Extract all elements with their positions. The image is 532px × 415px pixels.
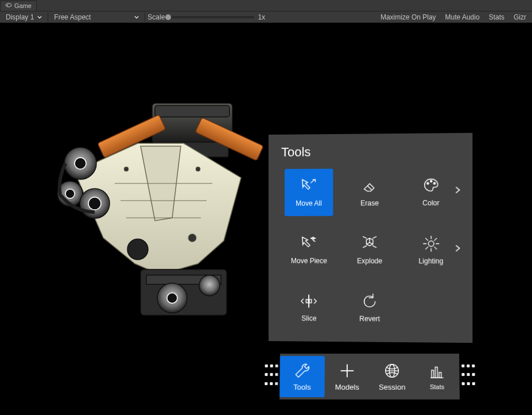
tool-move-all[interactable]: Move All bbox=[285, 169, 333, 216]
erase-icon bbox=[361, 177, 378, 194]
scale-control[interactable]: Scale 1x bbox=[147, 13, 265, 21]
svg-rect-48 bbox=[439, 373, 441, 378]
drag-handle-left[interactable] bbox=[263, 363, 279, 390]
svg-line-33 bbox=[425, 238, 428, 241]
tool-label: Color bbox=[422, 199, 439, 207]
tool-color[interactable]: Color bbox=[402, 168, 459, 216]
separator bbox=[145, 13, 145, 22]
dock-stats[interactable]: Stats bbox=[414, 356, 460, 397]
svg-point-11 bbox=[88, 197, 101, 210]
chevron-down-icon bbox=[37, 13, 42, 21]
dock-tools[interactable]: Tools bbox=[279, 356, 325, 397]
svg-point-26 bbox=[430, 181, 432, 182]
scale-label: Scale bbox=[147, 13, 165, 21]
tool-label: Erase bbox=[360, 199, 379, 207]
svg-rect-38 bbox=[306, 300, 309, 303]
scale-slider-track[interactable] bbox=[168, 16, 254, 18]
svg-point-16 bbox=[199, 275, 220, 296]
aspect-label: Free Aspect bbox=[54, 13, 91, 21]
wrench-icon bbox=[294, 362, 311, 379]
aspect-dropdown[interactable]: Free Aspect bbox=[51, 11, 142, 22]
chevron-right-icon bbox=[455, 244, 460, 254]
tool-label: Slice bbox=[301, 314, 316, 322]
game-viewport[interactable]: Tools Move All Erase Color bbox=[0, 23, 532, 415]
tool-revert[interactable]: Revert bbox=[341, 284, 398, 332]
scale-slider-thumb[interactable] bbox=[165, 14, 171, 20]
globe-icon bbox=[383, 362, 401, 379]
tool-move-piece[interactable]: Move Piece bbox=[281, 226, 337, 273]
tool-label: Revert bbox=[359, 315, 380, 323]
tools-panel-title: Tools bbox=[281, 143, 460, 160]
svg-point-15 bbox=[167, 293, 177, 303]
bar-chart-icon bbox=[428, 363, 445, 380]
svg-rect-2 bbox=[155, 105, 230, 117]
maximize-on-play-button[interactable]: Maximize On Play bbox=[377, 11, 440, 22]
dock-label: Stats bbox=[430, 383, 444, 390]
stats-button[interactable]: Stats bbox=[486, 11, 508, 22]
svg-point-25 bbox=[427, 182, 429, 184]
game-tab[interactable]: Game bbox=[0, 1, 37, 11]
scale-value: 1x bbox=[258, 13, 265, 21]
slice-icon bbox=[300, 292, 317, 310]
engine-3d-model[interactable] bbox=[40, 97, 281, 338]
revert-icon bbox=[361, 293, 378, 310]
display-label: Display 1 bbox=[6, 13, 34, 21]
dock-body: Tools Models Session Stats bbox=[279, 354, 460, 400]
drag-handle-right[interactable] bbox=[460, 363, 476, 390]
svg-line-34 bbox=[434, 247, 437, 249]
dock-label: Models bbox=[335, 382, 359, 391]
dock-session[interactable]: Session bbox=[370, 356, 414, 397]
svg-point-28 bbox=[428, 241, 434, 246]
tool-label: Move Piece bbox=[291, 257, 327, 265]
plus-icon bbox=[339, 362, 356, 379]
svg-point-22 bbox=[196, 167, 200, 171]
svg-point-9 bbox=[65, 189, 75, 198]
dock-label: Session bbox=[379, 382, 406, 391]
svg-line-24 bbox=[367, 186, 372, 190]
svg-rect-46 bbox=[432, 370, 434, 378]
chevron-right-icon bbox=[455, 186, 460, 195]
svg-point-17 bbox=[127, 239, 148, 260]
tools-grid: Move All Erase Color bbox=[281, 168, 460, 332]
dock-models[interactable]: Models bbox=[325, 356, 370, 397]
separator bbox=[48, 13, 48, 22]
svg-rect-47 bbox=[435, 367, 437, 378]
game-tab-label: Game bbox=[14, 2, 32, 9]
gizmos-button[interactable]: Gizr bbox=[510, 11, 530, 22]
svg-point-27 bbox=[433, 182, 435, 184]
palette-icon bbox=[422, 177, 440, 194]
controller-icon bbox=[5, 2, 12, 10]
tool-lighting[interactable]: Lighting bbox=[402, 226, 459, 274]
svg-point-7 bbox=[75, 158, 86, 169]
explode-icon bbox=[361, 235, 378, 252]
editor-tab-strip: Game bbox=[0, 0, 532, 11]
dock-label: Tools bbox=[293, 382, 311, 391]
svg-point-23 bbox=[188, 234, 196, 242]
tool-label: Move All bbox=[296, 199, 322, 208]
tool-explode[interactable]: Explode bbox=[341, 226, 398, 274]
move-all-icon bbox=[300, 178, 317, 195]
game-view-toolbar: Display 1 Free Aspect Scale 1x Maximize … bbox=[0, 11, 532, 23]
svg-point-21 bbox=[124, 167, 129, 171]
svg-rect-39 bbox=[309, 300, 312, 303]
bottom-dock: Tools Models Session Stats bbox=[266, 352, 473, 401]
tool-erase[interactable]: Erase bbox=[341, 169, 398, 216]
tool-slice[interactable]: Slice bbox=[281, 284, 337, 331]
lighting-icon bbox=[422, 235, 440, 252]
mute-audio-button[interactable]: Mute Audio bbox=[442, 11, 483, 22]
svg-line-36 bbox=[425, 247, 428, 249]
svg-line-35 bbox=[434, 238, 437, 241]
svg-point-0 bbox=[6, 3, 11, 7]
tool-label: Explode bbox=[357, 257, 382, 265]
tool-label: Lighting bbox=[418, 257, 443, 265]
tools-panel: Tools Move All Erase Color bbox=[269, 133, 472, 343]
display-dropdown[interactable]: Display 1 bbox=[2, 11, 45, 22]
move-piece-icon bbox=[300, 235, 317, 252]
chevron-down-icon bbox=[134, 13, 139, 21]
